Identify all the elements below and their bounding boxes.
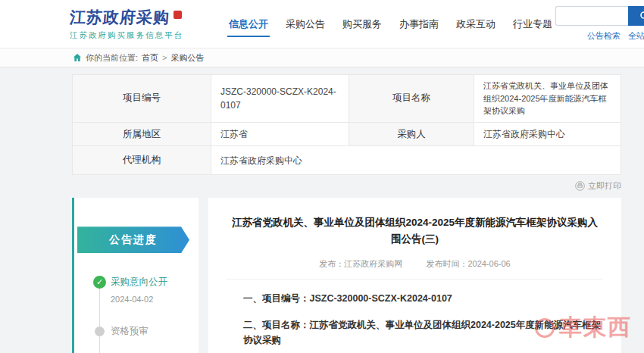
print-label: 立即打印 bbox=[588, 180, 621, 192]
field-label-agency: 代理机构 bbox=[73, 146, 211, 175]
nav-item-purchase-service[interactable]: 购买服务 bbox=[339, 10, 385, 39]
search-area: 公告检索 全站检索 bbox=[555, 6, 644, 42]
progress-sidebar: 公告进度 ✓ 采购意向公开 2024-04-02 资格预审 ✓ 采购（征集）公告 bbox=[72, 198, 199, 353]
site-search-link[interactable]: 全站检索 bbox=[628, 30, 644, 42]
home-icon bbox=[73, 53, 82, 62]
logo-title: 江苏政府采购 bbox=[69, 7, 170, 28]
field-value-project-number: JSZC-320000-SCZX-K2024-0107 bbox=[211, 75, 349, 123]
progress-ribbon: 公告进度 bbox=[77, 226, 189, 253]
step-date: 2024-04-02 bbox=[111, 295, 192, 304]
table-row: 所属地区 江苏省 采购人 江苏省政府采购中心 bbox=[73, 122, 621, 146]
progress-title: 公告进度 bbox=[109, 233, 158, 247]
article-meta: 发布：江苏政府采购网 发布时间：2024-06-06 bbox=[227, 258, 603, 280]
site-logo: 江苏政府采购 江苏政府购买服务信息平台 bbox=[70, 7, 215, 41]
progress-step-intent: ✓ 采购意向公开 2024-04-02 bbox=[86, 276, 192, 304]
pending-dot-icon bbox=[95, 326, 105, 336]
search-icon bbox=[639, 11, 644, 21]
field-value-purchaser: 江苏省政府采购中心 bbox=[474, 122, 621, 146]
nav-item-industry-topics[interactable]: 行业专题 bbox=[510, 10, 555, 39]
print-button[interactable]: 立即打印 bbox=[575, 180, 621, 192]
project-info-table: 项目编号 JSZC-320000-SCZX-K2024-0107 项目名称 江苏… bbox=[72, 74, 621, 175]
article-title: 江苏省党政机关、事业单位及团体组织2024-2025年度新能源汽车框架协议采购入… bbox=[231, 214, 599, 247]
field-label-purchaser: 采购人 bbox=[349, 122, 474, 146]
field-value-agency: 江苏省政府采购中心 bbox=[211, 146, 621, 175]
field-label-project-number: 项目编号 bbox=[73, 75, 211, 123]
breadcrumb-home-link[interactable]: 首页 bbox=[142, 52, 158, 64]
article-publisher: 发布：江苏政府采购网 bbox=[319, 259, 402, 268]
announcement-search-link[interactable]: 公告检索 bbox=[587, 30, 621, 42]
main-nav: 信息公开 采购公告 购买服务 办事指南 政采互动 行业专题 bbox=[226, 10, 555, 39]
search-button[interactable] bbox=[628, 6, 644, 26]
progress-step-prequalification: 资格预审 bbox=[86, 325, 192, 338]
nav-item-service-guide[interactable]: 办事指南 bbox=[396, 10, 442, 39]
nav-item-info-disclosure[interactable]: 信息公开 bbox=[226, 10, 271, 39]
logo-subtitle: 江苏政府购买服务信息平台 bbox=[70, 30, 215, 41]
field-label-region: 所属地区 bbox=[73, 122, 211, 146]
article-publish-time: 发布时间：2024-06-06 bbox=[426, 259, 510, 268]
check-icon: ✓ bbox=[93, 276, 106, 289]
breadcrumb: 你的当前位置: 首页 > 采购公告 bbox=[0, 48, 644, 67]
breadcrumb-separator: > bbox=[162, 53, 167, 62]
announcement-article: 江苏省党政机关、事业单位及团体组织2024-2025年度新能源汽车框架协议采购入… bbox=[208, 198, 621, 353]
section-project-name: 二、项目名称：江苏省党政机关、事业单位及团体组织2024-2025年度新能源汽车… bbox=[227, 317, 603, 348]
nav-item-interaction[interactable]: 政采互动 bbox=[453, 10, 499, 39]
site-header: 江苏政府采购 江苏政府购买服务信息平台 信息公开 采购公告 购买服务 办事指南 … bbox=[0, 0, 644, 48]
table-row: 项目编号 JSZC-320000-SCZX-K2024-0107 项目名称 江苏… bbox=[73, 75, 621, 123]
breadcrumb-prefix: 你的当前位置: bbox=[86, 52, 138, 64]
progress-timeline: ✓ 采购意向公开 2024-04-02 资格预审 ✓ 采购（征集）公告 bbox=[74, 253, 199, 353]
logo-seal-icon bbox=[174, 11, 182, 19]
table-row: 代理机构 江苏省政府采购中心 bbox=[73, 146, 621, 175]
nav-item-procurement-notice[interactable]: 采购公告 bbox=[283, 10, 328, 39]
printer-icon bbox=[575, 181, 585, 191]
field-value-project-name: 江苏省党政机关、事业单位及团体组织2024-2025年度新能源汽车框架协议采购 bbox=[474, 75, 621, 123]
breadcrumb-current: 采购公告 bbox=[171, 52, 205, 64]
field-label-project-name: 项目名称 bbox=[349, 75, 474, 123]
search-input[interactable] bbox=[555, 6, 628, 26]
section-project-number: 一、项目编号：JSZC-320000-SCZX-K2024-0107 bbox=[227, 291, 603, 306]
field-value-region: 江苏省 bbox=[211, 122, 349, 146]
